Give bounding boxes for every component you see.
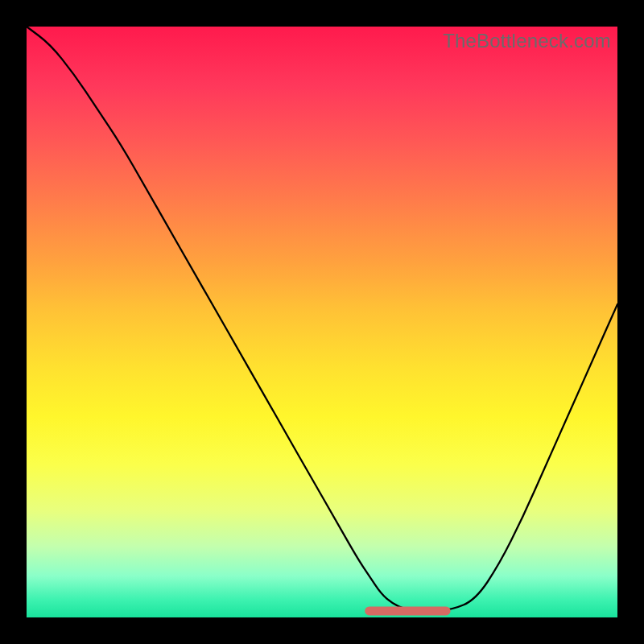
chart-frame: TheBottleneck.com (0, 0, 644, 644)
curve-line (27, 27, 617, 611)
bottleneck-curve (27, 27, 617, 617)
plot-area: TheBottleneck.com (27, 27, 617, 617)
